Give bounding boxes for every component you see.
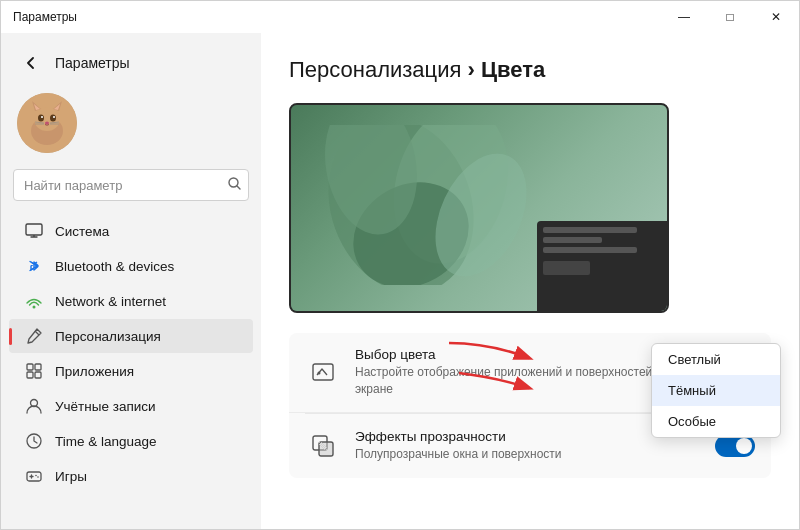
game-icon <box>25 467 43 485</box>
search-input[interactable] <box>13 169 249 201</box>
sidebar-item-label: Time & language <box>55 434 157 449</box>
svg-line-17 <box>237 186 240 189</box>
apps-icon <box>25 362 43 380</box>
taskbar-line-1 <box>543 227 637 233</box>
color-row-icon <box>305 354 341 390</box>
monitor-icon <box>25 222 43 240</box>
minimize-button[interactable]: — <box>661 1 707 33</box>
svg-rect-25 <box>35 364 41 370</box>
theme-preview-inner <box>291 105 667 311</box>
theme-preview <box>289 103 669 313</box>
sidebar-item-label: Bluetooth & devices <box>55 259 174 274</box>
dropdown-option-custom: Особые <box>668 414 716 429</box>
title-bar-controls: — □ ✕ <box>661 1 799 33</box>
sidebar-item-time[interactable]: Time & language <box>9 424 253 458</box>
clock-icon <box>25 432 43 450</box>
sidebar: Параметры <box>1 33 261 529</box>
dropdown-item-dark[interactable]: Тёмный <box>652 375 780 406</box>
svg-point-9 <box>41 116 43 118</box>
svg-rect-18 <box>26 224 42 235</box>
sidebar-item-label: Персонализация <box>55 329 161 344</box>
title-bar: Параметры — □ ✕ <box>1 1 799 33</box>
sidebar-item-label: Network & internet <box>55 294 166 309</box>
svg-point-33 <box>35 475 37 477</box>
taskbar-line-2 <box>543 237 602 243</box>
page-section-title: Цвета <box>481 57 545 82</box>
avatar <box>17 93 77 153</box>
transparency-row-text: Эффекты прозрачности Полупрозрачные окна… <box>355 429 701 463</box>
user-icon <box>25 397 43 415</box>
svg-rect-30 <box>27 472 41 481</box>
close-button[interactable]: ✕ <box>753 1 799 33</box>
transparency-row-desc: Полупрозрачные окна и поверхности <box>355 446 701 463</box>
dropdown-item-light[interactable]: Светлый <box>652 344 780 375</box>
sidebar-item-label: Приложения <box>55 364 134 379</box>
sidebar-item-apps[interactable]: Приложения <box>9 354 253 388</box>
bluetooth-icon <box>25 257 43 275</box>
svg-point-7 <box>38 115 44 122</box>
svg-point-8 <box>50 115 56 122</box>
settings-section: Выбор цвета Настройте отображение прилож… <box>289 333 771 478</box>
main-content: Персонализация › Цвета <box>261 33 799 529</box>
brush-icon <box>25 327 43 345</box>
dropdown-item-custom[interactable]: Особые <box>652 406 780 437</box>
taskbar-preview <box>537 221 667 311</box>
sidebar-nav: Система Bluetooth & devices <box>1 213 261 494</box>
svg-rect-27 <box>35 372 41 378</box>
back-button[interactable] <box>17 49 45 77</box>
sidebar-item-gaming[interactable]: Игры <box>9 459 253 493</box>
sidebar-item-system[interactable]: Система <box>9 214 253 248</box>
page-title: Персонализация › Цвета <box>289 57 771 83</box>
sidebar-title: Параметры <box>55 55 130 71</box>
maximize-button[interactable]: □ <box>707 1 753 33</box>
svg-point-11 <box>45 122 49 125</box>
svg-point-2 <box>34 107 60 131</box>
sidebar-item-personalization[interactable]: Персонализация <box>9 319 253 353</box>
svg-point-22 <box>33 306 36 309</box>
network-icon <box>25 292 43 310</box>
transparency-row-icon <box>305 428 341 464</box>
sidebar-item-label: Учётные записи <box>55 399 156 414</box>
window: Параметры — □ ✕ Параметры <box>0 0 800 530</box>
svg-point-10 <box>53 116 55 118</box>
title-bar-title: Параметры <box>13 10 77 24</box>
svg-rect-24 <box>27 364 33 370</box>
sidebar-item-label: Игры <box>55 469 87 484</box>
sidebar-item-network[interactable]: Network & internet <box>9 284 253 318</box>
svg-rect-40 <box>313 364 333 380</box>
sidebar-item-label: Система <box>55 224 109 239</box>
svg-line-23 <box>35 331 39 335</box>
dropdown-option-dark: Тёмный <box>668 383 716 398</box>
dropdown-option-light: Светлый <box>668 352 721 367</box>
color-row: Выбор цвета Настройте отображение прилож… <box>289 333 771 413</box>
svg-point-41 <box>318 372 321 375</box>
svg-point-34 <box>37 476 39 478</box>
wallpaper-art <box>321 125 501 265</box>
title-bar-left: Параметры <box>13 10 77 24</box>
sidebar-item-bluetooth[interactable]: Bluetooth & devices <box>9 249 253 283</box>
breadcrumb: Персонализация <box>289 57 461 82</box>
taskbar-preview-btn <box>543 261 590 275</box>
transparency-row-title: Эффекты прозрачности <box>355 429 701 444</box>
color-dropdown[interactable]: Светлый Тёмный Особые <box>651 343 781 438</box>
sidebar-header: Параметры <box>1 41 261 89</box>
search-icon <box>228 177 241 193</box>
app-body: Параметры <box>1 33 799 529</box>
svg-rect-26 <box>27 372 33 378</box>
sidebar-item-accounts[interactable]: Учётные записи <box>9 389 253 423</box>
taskbar-line-3 <box>543 247 637 253</box>
search-container <box>13 169 249 201</box>
